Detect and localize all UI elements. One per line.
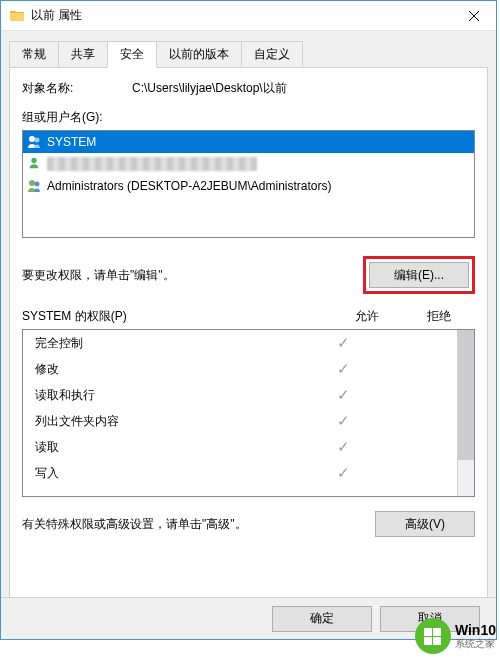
perm-row[interactable]: 修改 ✓ — [23, 356, 457, 382]
redacted-username — [47, 157, 257, 171]
properties-dialog: 以前 属性 常规 共享 安全 以前的版本 自定义 对象名称: C:\Users\… — [0, 0, 497, 640]
edit-row: 要更改权限，请单击"编辑"。 编辑(E)... — [22, 256, 475, 294]
security-panel: 对象名称: C:\Users\lilyjae\Desktop\以前 组或用户名(… — [9, 67, 488, 615]
tab-previous-versions[interactable]: 以前的版本 — [156, 41, 242, 67]
scrollbar[interactable] — [457, 330, 474, 496]
user-item-administrators[interactable]: Administrators (DESKTOP-A2JEBUM\Administ… — [23, 175, 474, 197]
svg-point-0 — [29, 136, 35, 142]
advanced-button[interactable]: 高级(V) — [375, 511, 475, 537]
tab-general[interactable]: 常规 — [9, 41, 59, 67]
groups-label: 组或用户名(G): — [22, 109, 475, 126]
deny-header: 拒绝 — [403, 308, 475, 325]
perm-name: 列出文件夹内容 — [29, 413, 307, 430]
perm-allow: ✓ — [307, 412, 379, 430]
advanced-hint: 有关特殊权限或高级设置，请单击"高级"。 — [22, 516, 247, 533]
watermark: Win10 系统之家 — [411, 614, 500, 658]
watermark-logo-icon — [415, 618, 451, 654]
watermark-line1: Win10 — [455, 622, 496, 639]
check-icon: ✓ — [337, 386, 350, 403]
check-icon: ✓ — [337, 334, 350, 351]
perm-name: 读取 — [29, 439, 307, 456]
perm-row[interactable]: 读取和执行 ✓ — [23, 382, 457, 408]
titlebar: 以前 属性 — [1, 1, 496, 31]
user-list[interactable]: SYSTEM Administrators (DESKTOP-A2JEBUM\A… — [22, 130, 475, 238]
user-name: Administrators (DESKTOP-A2JEBUM\Administ… — [47, 179, 332, 193]
user-item-system[interactable]: SYSTEM — [23, 131, 474, 153]
ok-button[interactable]: 确定 — [272, 606, 372, 632]
check-icon: ✓ — [337, 412, 350, 429]
perm-row[interactable]: 读取 ✓ — [23, 434, 457, 460]
object-name-label: 对象名称: — [22, 80, 132, 97]
window-title: 以前 属性 — [31, 7, 451, 24]
perm-allow: ✓ — [307, 438, 379, 456]
group-icon — [27, 178, 43, 194]
permissions-header: SYSTEM 的权限(P) 允许 拒绝 — [22, 308, 475, 325]
scrollbar-thumb[interactable] — [458, 330, 474, 460]
object-name-row: 对象名称: C:\Users\lilyjae\Desktop\以前 — [22, 80, 475, 97]
check-icon: ✓ — [337, 438, 350, 455]
perm-row[interactable]: 列出文件夹内容 ✓ — [23, 408, 457, 434]
edit-button-highlight: 编辑(E)... — [363, 256, 475, 294]
object-path: C:\Users\lilyjae\Desktop\以前 — [132, 80, 475, 97]
svg-point-1 — [35, 138, 40, 143]
svg-point-2 — [31, 158, 36, 163]
permissions-list: 完全控制 ✓ 修改 ✓ 读取和执行 ✓ 列出文件夹内容 ✓ — [22, 329, 475, 497]
tab-strip: 常规 共享 安全 以前的版本 自定义 — [9, 41, 488, 67]
perm-name: 写入 — [29, 465, 307, 482]
edit-button[interactable]: 编辑(E)... — [369, 262, 469, 288]
perm-name: 修改 — [29, 361, 307, 378]
watermark-text: Win10 系统之家 — [455, 622, 496, 651]
perm-allow: ✓ — [307, 334, 379, 352]
edit-hint: 要更改权限，请单击"编辑"。 — [22, 267, 175, 284]
group-icon — [27, 134, 43, 150]
tab-security[interactable]: 安全 — [107, 41, 157, 68]
permissions-label: SYSTEM 的权限(P) — [22, 308, 331, 325]
tab-custom[interactable]: 自定义 — [241, 41, 303, 67]
perm-name: 完全控制 — [29, 335, 307, 352]
user-item-redacted[interactable] — [23, 153, 474, 175]
advanced-row: 有关特殊权限或高级设置，请单击"高级"。 高级(V) — [22, 511, 475, 537]
close-button[interactable] — [451, 1, 496, 31]
allow-header: 允许 — [331, 308, 403, 325]
user-icon — [27, 156, 43, 172]
svg-point-4 — [35, 182, 40, 187]
perm-allow: ✓ — [307, 360, 379, 378]
perm-allow: ✓ — [307, 386, 379, 404]
perm-row[interactable]: 写入 ✓ — [23, 460, 457, 486]
folder-icon — [9, 8, 25, 24]
check-icon: ✓ — [337, 464, 350, 481]
perm-allow: ✓ — [307, 464, 379, 482]
check-icon: ✓ — [337, 360, 350, 377]
perm-row[interactable]: 完全控制 ✓ — [23, 330, 457, 356]
perm-name: 读取和执行 — [29, 387, 307, 404]
watermark-line2: 系统之家 — [455, 638, 496, 650]
svg-point-3 — [29, 180, 35, 186]
tab-sharing[interactable]: 共享 — [58, 41, 108, 67]
user-name: SYSTEM — [47, 135, 96, 149]
